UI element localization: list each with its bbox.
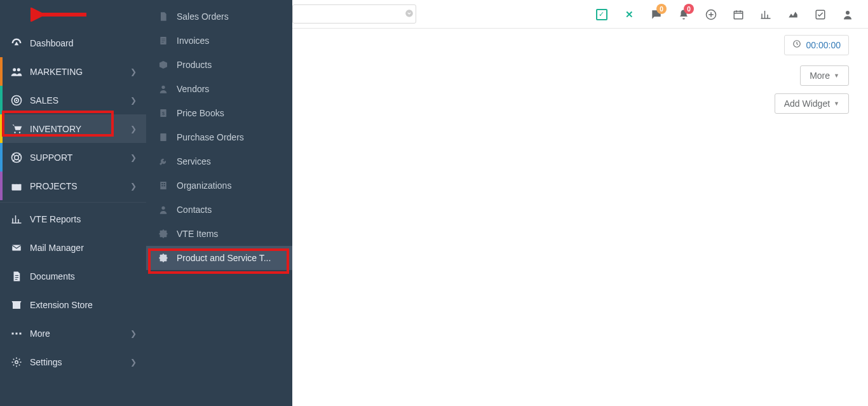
chevron-right-icon: ❯ (130, 153, 137, 162)
submenu-item-label: Organizations (177, 180, 281, 191)
envelope-icon (10, 241, 24, 255)
sidebar-item-dashboard[interactable]: Dashboard (0, 29, 146, 57)
wrench-icon (158, 156, 169, 167)
submenu-item-vte-items[interactable]: VTE Items (146, 222, 292, 246)
person-icon (158, 204, 169, 215)
submenu-item-products[interactable]: Products (146, 53, 292, 77)
chevron-right-icon: ❯ (130, 182, 137, 191)
search-input[interactable] (298, 10, 405, 19)
integrations-icon[interactable]: ✕ (616, 0, 642, 29)
chevron-right-icon: ❯ (130, 125, 137, 133)
chevron-right-icon: ❯ (130, 96, 137, 105)
svg-point-18 (15, 360, 18, 363)
svg-rect-23 (160, 133, 166, 141)
invoice-icon (158, 35, 169, 46)
submenu-item-invoices[interactable]: Invoices (146, 29, 292, 53)
svg-rect-25 (161, 183, 163, 184)
sidebar-item-vte-reports[interactable]: VTE Reports (0, 205, 146, 233)
timer-value: 00:00:00 (806, 40, 841, 50)
area-chart-icon[interactable] (780, 0, 806, 29)
sidebar-item-documents[interactable]: Documents (0, 262, 146, 290)
puzzle-icon (158, 252, 169, 264)
sidebar-item-support[interactable]: SUPPORT ❯ (0, 143, 146, 172)
add-widget-button-label: Add Widget (784, 98, 830, 109)
submenu-item-services[interactable]: Services (146, 149, 292, 173)
submenu-item-price-books[interactable]: $ Price Books (146, 101, 292, 125)
sidebar-item-inventory[interactable]: INVENTORY ❯ (0, 114, 146, 143)
store-icon (10, 298, 24, 312)
add-icon[interactable] (698, 0, 724, 29)
svg-point-0 (405, 10, 413, 17)
search-dropdown-icon[interactable] (405, 9, 414, 20)
price-tag-icon: $ (158, 107, 169, 119)
caret-down-icon: ▼ (834, 100, 839, 107)
submenu-item-sales-orders[interactable]: Sales Orders (146, 4, 292, 29)
svg-point-10 (16, 99, 18, 101)
more-button-label: More (810, 71, 830, 81)
chevron-right-icon: ❯ (130, 329, 137, 338)
lifebuoy-icon (10, 151, 24, 165)
submenu-item-product-and-service[interactable]: Product and Service T... (146, 246, 292, 270)
submenu-item-label: Product and Service T... (177, 253, 281, 263)
gauge-icon (10, 36, 24, 50)
submenu-item-label: Products (177, 60, 281, 70)
sidebar-item-sales[interactable]: SALES ❯ (0, 86, 146, 114)
submenu-item-organizations[interactable]: Organizations (146, 173, 292, 198)
target-icon (10, 93, 24, 107)
more-icon (10, 327, 24, 341)
sidebar-item-label: VTE Reports (30, 214, 137, 224)
chevron-right-icon: ❯ (130, 67, 137, 76)
svg-point-4 (846, 11, 850, 15)
briefcase-icon (10, 179, 24, 193)
sidebar-item-more[interactable]: More ❯ (0, 319, 146, 348)
svg-point-6 (13, 68, 16, 71)
svg-rect-24 (160, 182, 166, 189)
sidebar-item-mail-manager[interactable]: Mail Manager (0, 233, 146, 262)
more-button[interactable]: More ▼ (800, 65, 849, 86)
inventory-submenu: Sales Orders Invoices Products Vendors $… (146, 0, 292, 406)
top-icons: ✕ 0 0 (589, 0, 860, 29)
notifications-icon[interactable]: 0 (671, 0, 696, 29)
svg-rect-14 (12, 245, 21, 250)
sidebar-item-label: Dashboard (30, 38, 137, 48)
sidebar-item-marketing[interactable]: MARKETING ❯ (0, 57, 146, 86)
cart-icon (10, 122, 24, 136)
notifications-badge: 0 (684, 4, 694, 14)
timer-button[interactable]: 00:00:00 (784, 35, 850, 55)
chat-badge: 0 (656, 4, 667, 14)
sidebar-item-label: Settings (30, 357, 130, 367)
main-content: 00:00:00 More ▼ Add Widget ▼ (292, 29, 868, 48)
global-search[interactable] (292, 4, 416, 24)
sidebar-item-label: Mail Manager (30, 243, 137, 253)
caret-down-icon: ▼ (834, 72, 839, 79)
submenu-item-contacts[interactable]: Contacts (146, 198, 292, 222)
add-widget-button[interactable]: Add Widget ▼ (775, 93, 849, 114)
checkbox-icon[interactable] (808, 0, 833, 29)
svg-text:$: $ (162, 111, 165, 116)
user-menu-icon[interactable] (835, 0, 860, 29)
sidebar-item-extension-store[interactable]: Extension Store (0, 290, 146, 319)
sidebar-item-projects[interactable]: PROJECTS ❯ (0, 172, 146, 200)
submenu-item-label: Invoices (177, 36, 281, 46)
submenu-item-purchase-orders[interactable]: Purchase Orders (146, 125, 292, 149)
calendar-icon[interactable] (726, 0, 751, 29)
sidebar-item-label: SUPPORT (30, 152, 130, 163)
box-icon (158, 59, 169, 71)
submenu-item-vendors[interactable]: Vendors (146, 77, 292, 101)
clock-icon (792, 39, 801, 51)
vendor-icon (158, 83, 169, 95)
people-icon (10, 65, 24, 79)
chat-icon[interactable]: 0 (644, 0, 669, 29)
svg-point-20 (161, 86, 165, 89)
svg-rect-26 (164, 183, 165, 184)
calendar-check-icon[interactable] (589, 0, 614, 29)
gear-icon (10, 355, 24, 369)
building-icon (158, 180, 169, 191)
svg-rect-16 (16, 332, 18, 334)
bar-chart-icon[interactable] (753, 0, 778, 29)
document-icon (10, 269, 24, 283)
sidebar-item-label: More (30, 328, 130, 339)
submenu-item-label: VTE Items (177, 229, 281, 239)
svg-rect-17 (20, 332, 22, 334)
sidebar-item-settings[interactable]: Settings ❯ (0, 348, 146, 376)
